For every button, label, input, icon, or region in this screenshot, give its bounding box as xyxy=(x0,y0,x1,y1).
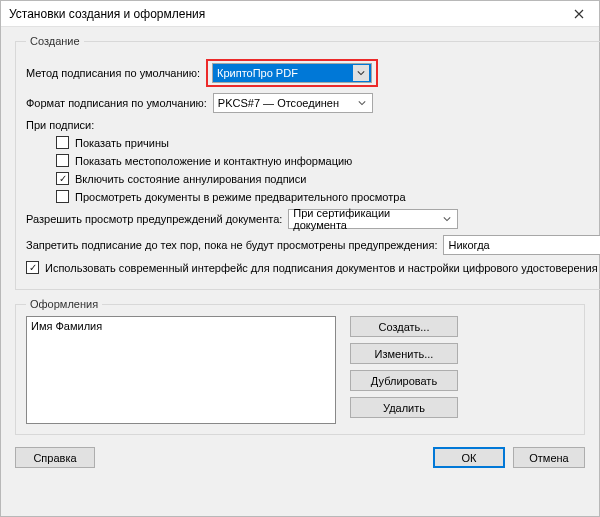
checkbox-icon xyxy=(56,154,69,167)
allow-warnings-label: Разрешить просмотр предупреждений докуме… xyxy=(26,213,282,225)
dialog-footer: Справка ОК Отмена xyxy=(15,443,585,468)
cb-preview-docs-row[interactable]: Просмотреть документы в режиме предварит… xyxy=(56,190,600,203)
window-title: Установки создания и оформления xyxy=(9,7,559,21)
checkbox-icon xyxy=(56,190,69,203)
cancel-button[interactable]: Отмена xyxy=(513,447,585,468)
delete-button[interactable]: Удалить xyxy=(350,397,458,418)
allow-warnings-select[interactable]: При сертификации документа xyxy=(288,209,458,229)
cb-include-revocation-row[interactable]: ✓ Включить состояние аннулирования подпи… xyxy=(56,172,600,185)
default-method-row: Метод подписания по умолчанию: КриптоПро… xyxy=(26,59,600,87)
creation-legend: Создание xyxy=(26,35,84,47)
cb-show-reasons-label: Показать причины xyxy=(75,137,169,149)
ok-button[interactable]: ОК xyxy=(433,447,505,468)
default-method-label: Метод подписания по умолчанию: xyxy=(26,67,200,79)
appearance-listbox[interactable]: Имя Фамилия xyxy=(26,316,336,424)
default-format-select[interactable]: PKCS#7 — Отсоединен xyxy=(213,93,373,113)
allow-warnings-row: Разрешить просмотр предупреждений докуме… xyxy=(26,209,600,229)
default-format-label: Формат подписания по умолчанию: xyxy=(26,97,207,109)
block-signing-row: Запретить подписание до тех пор, пока не… xyxy=(26,235,600,255)
creation-group: Создание Метод подписания по умолчанию: … xyxy=(15,35,600,290)
close-icon[interactable] xyxy=(559,1,599,26)
duplicate-button[interactable]: Дублировать xyxy=(350,370,458,391)
cb-show-location-label: Показать местоположение и контактную инф… xyxy=(75,155,352,167)
edit-button[interactable]: Изменить... xyxy=(350,343,458,364)
dialog-window: Установки создания и оформления Создание… xyxy=(0,0,600,517)
appearance-legend: Оформления xyxy=(26,298,102,310)
cb-include-revocation-label: Включить состояние аннулирования подписи xyxy=(75,173,306,185)
help-button[interactable]: Справка xyxy=(15,447,95,468)
when-signing-label: При подписи: xyxy=(26,119,600,131)
block-signing-label: Запретить подписание до тех пор, пока не… xyxy=(26,239,437,251)
titlebar: Установки создания и оформления xyxy=(1,1,599,27)
dialog-body: Создание Метод подписания по умолчанию: … xyxy=(1,27,599,516)
cb-modern-interface-label: Использовать современный интерфейс для п… xyxy=(45,262,598,274)
checkbox-checked-icon: ✓ xyxy=(56,172,69,185)
appearance-row: Имя Фамилия Создать... Изменить... Дубли… xyxy=(26,316,574,424)
appearance-group: Оформления Имя Фамилия Создать... Измени… xyxy=(15,298,585,435)
cb-modern-interface-row[interactable]: ✓ Использовать современный интерфейс для… xyxy=(26,261,600,274)
cb-show-reasons-row[interactable]: Показать причины xyxy=(56,136,600,149)
chevron-down-icon xyxy=(439,211,455,227)
cb-show-location-row[interactable]: Показать местоположение и контактную инф… xyxy=(56,154,600,167)
chevron-down-icon xyxy=(353,65,369,81)
block-signing-select[interactable]: Никогда xyxy=(443,235,600,255)
checkbox-icon xyxy=(56,136,69,149)
appearance-buttons: Создать... Изменить... Дублировать Удали… xyxy=(350,316,458,424)
default-format-row: Формат подписания по умолчанию: PKCS#7 —… xyxy=(26,93,600,113)
chevron-down-icon xyxy=(354,95,370,111)
checkbox-checked-icon: ✓ xyxy=(26,261,39,274)
highlight-box: КриптоПро PDF xyxy=(206,59,378,87)
default-method-select[interactable]: КриптоПро PDF xyxy=(212,63,372,83)
list-item[interactable]: Имя Фамилия xyxy=(31,320,331,332)
create-button[interactable]: Создать... xyxy=(350,316,458,337)
cb-preview-docs-label: Просмотреть документы в режиме предварит… xyxy=(75,191,406,203)
